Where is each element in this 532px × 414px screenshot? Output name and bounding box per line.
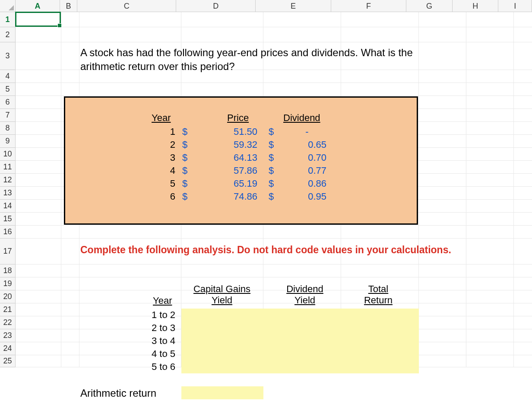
price-value-3: 64.13 (210, 152, 257, 163)
analysis-header-year: Year (153, 295, 172, 306)
header-dividend: Dividend (283, 112, 320, 124)
tr-line2: Return (364, 295, 393, 306)
row-header-25[interactable]: 25 (0, 355, 16, 367)
dividend-value-2: 0.65 (288, 139, 326, 150)
price-currency-4: $ (182, 165, 187, 176)
row-header-20[interactable]: 20 (0, 290, 16, 303)
dividend-value-6: 0.95 (288, 191, 326, 202)
price-value-2: 59.32 (210, 139, 257, 150)
period-1to2: 1 to 2 (141, 309, 175, 321)
period-5to6: 5 to 6 (141, 361, 175, 373)
price-currency-2: $ (182, 139, 187, 150)
row-header-13[interactable]: 13 (0, 187, 16, 200)
row-header-2[interactable]: 2 (0, 27, 16, 42)
row-header-11[interactable]: 11 (0, 161, 16, 174)
header-price: Price (227, 112, 249, 124)
header-year: Year (152, 112, 171, 124)
column-headers: ABCDEFGHI (16, 0, 532, 12)
period-2to3: 2 to 3 (141, 322, 175, 334)
tr-line1: Total (368, 283, 388, 294)
dy-line2: Yield (294, 295, 315, 306)
col-header-H[interactable]: H (453, 0, 499, 12)
dividend-currency-3: $ (269, 152, 274, 163)
row-header-22[interactable]: 22 (0, 316, 16, 329)
yellow-input-block[interactable] (181, 309, 419, 373)
data-year-6: 6 (158, 191, 175, 202)
data-year-2: 2 (158, 139, 175, 150)
price-currency-6: $ (182, 191, 187, 202)
row-header-10[interactable]: 10 (0, 148, 16, 161)
arithmetic-return-label: Arithmetic return (80, 387, 156, 399)
dividend-value-1: - (288, 126, 326, 137)
col-header-F[interactable]: F (331, 0, 406, 12)
row-header-8[interactable]: 8 (0, 122, 16, 135)
row-header-23[interactable]: 23 (0, 329, 16, 342)
row-header-15[interactable]: 15 (0, 213, 16, 226)
row-header-1[interactable]: 1 (0, 12, 16, 27)
row-header-7[interactable]: 7 (0, 109, 16, 122)
row-header-12[interactable]: 12 (0, 174, 16, 187)
col-header-C[interactable]: C (77, 0, 176, 12)
data-year-5: 5 (158, 178, 175, 189)
row-header-5[interactable]: 5 (0, 83, 16, 96)
select-all-corner[interactable] (0, 0, 16, 12)
row-header-17[interactable]: 17 (0, 239, 16, 264)
analysis-header-dy: Dividend Yield (270, 283, 339, 306)
row-header-18[interactable]: 18 (0, 264, 16, 277)
row-header-14[interactable]: 14 (0, 200, 16, 213)
arithmetic-return-input[interactable] (181, 386, 263, 399)
col-header-E[interactable]: E (256, 0, 331, 12)
dividend-currency-4: $ (269, 165, 274, 176)
price-value-5: 65.19 (210, 178, 257, 189)
cgy-line2: Yield (212, 295, 232, 306)
col-header-I[interactable]: I (498, 0, 532, 12)
col-header-G[interactable]: G (406, 0, 453, 12)
row-header-4[interactable]: 4 (0, 70, 16, 83)
col-header-A[interactable]: A (16, 0, 60, 12)
row-header-21[interactable]: 21 (0, 303, 16, 316)
price-value-6: 74.86 (210, 191, 257, 202)
cgy-line1: Capital Gains (193, 283, 250, 294)
row-header-6[interactable]: 6 (0, 96, 16, 109)
period-4to5: 4 to 5 (141, 348, 175, 360)
dy-line1: Dividend (286, 283, 323, 294)
row-header-19[interactable]: 19 (0, 277, 16, 290)
price-currency-3: $ (182, 152, 187, 163)
data-year-3: 3 (158, 152, 175, 163)
price-currency-1: $ (182, 126, 187, 137)
period-3to4: 3 to 4 (141, 335, 175, 347)
dividend-currency-1: $ (269, 126, 274, 137)
cell-grid[interactable]: A stock has had the following year-end p… (16, 12, 532, 414)
dividend-currency-5: $ (269, 178, 274, 189)
row-header-16[interactable]: 16 (0, 226, 16, 239)
dividend-value-5: 0.86 (288, 178, 326, 189)
analysis-header-cgy: Capital Gains Yield (183, 283, 261, 306)
analysis-header-tr: Total Return (348, 283, 408, 306)
dividend-currency-6: $ (269, 191, 274, 202)
dividend-value-4: 0.77 (288, 165, 326, 176)
row-header-3[interactable]: 3 (0, 42, 16, 70)
dividend-value-3: 0.70 (288, 152, 326, 163)
question-text: A stock has had the following year-end p… (80, 46, 456, 74)
row-header-24[interactable]: 24 (0, 342, 16, 355)
col-header-B[interactable]: B (60, 0, 78, 12)
price-value-1: 51.50 (210, 126, 257, 137)
row-header-9[interactable]: 9 (0, 135, 16, 148)
price-currency-5: $ (182, 178, 187, 189)
dividend-currency-2: $ (269, 139, 274, 150)
col-header-D[interactable]: D (176, 0, 256, 12)
spreadsheet: ABCDEFGHI 123456789101112131415161718192… (0, 0, 532, 414)
row-headers: 1234567891011121314151617181920212223242… (0, 12, 16, 367)
instruction-text: Complete the following analysis. Do not … (80, 244, 532, 256)
data-year-4: 4 (158, 165, 175, 176)
data-year-1: 1 (158, 126, 175, 137)
price-value-4: 57.86 (210, 165, 257, 176)
